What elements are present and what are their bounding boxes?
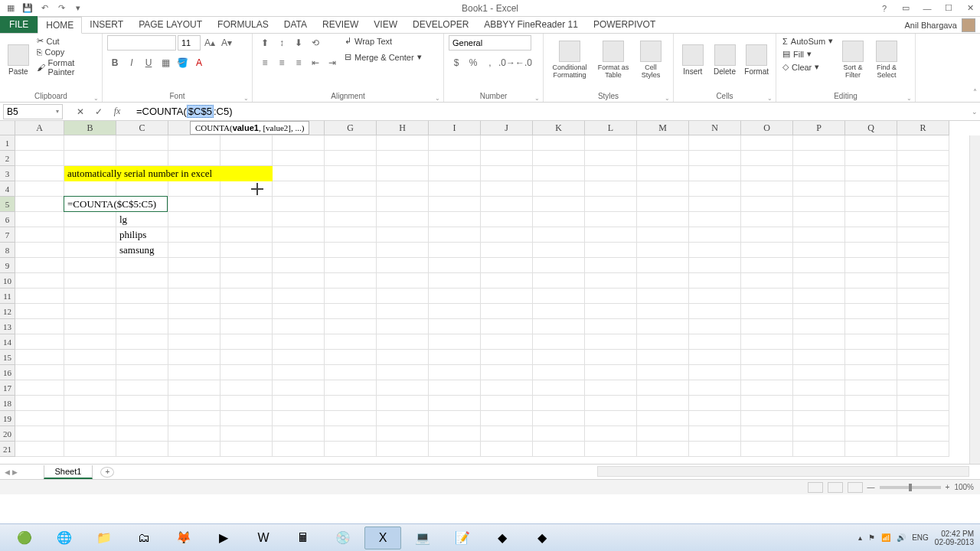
cell-G2[interactable] xyxy=(325,151,377,166)
cell-H4[interactable] xyxy=(377,181,429,197)
cell-L15[interactable] xyxy=(585,350,637,365)
cell-R7[interactable] xyxy=(897,227,949,243)
cell-Q15[interactable] xyxy=(845,350,897,365)
cell-B16[interactable] xyxy=(64,365,116,380)
cell-Q8[interactable] xyxy=(845,243,897,258)
cell-J1[interactable] xyxy=(481,135,533,151)
cell-A21[interactable] xyxy=(15,442,64,457)
cell-E18[interactable] xyxy=(220,396,273,411)
cell-I18[interactable] xyxy=(429,396,481,411)
cell-L20[interactable] xyxy=(585,426,637,442)
cell-H2[interactable] xyxy=(377,151,429,166)
col-header-H[interactable]: H xyxy=(377,121,429,135)
calc-icon[interactable]: 🖩 xyxy=(285,527,322,549)
row-header-5[interactable]: 5 xyxy=(0,197,15,212)
cell-P4[interactable] xyxy=(793,181,845,197)
cell-R6[interactable] xyxy=(897,212,949,227)
cell-O14[interactable] xyxy=(741,334,793,350)
bold-button[interactable]: B xyxy=(107,55,122,70)
add-sheet-icon[interactable]: + xyxy=(100,467,114,478)
cell-O10[interactable] xyxy=(741,273,793,289)
cell-E9[interactable] xyxy=(220,258,273,273)
cell-J11[interactable] xyxy=(481,289,533,304)
cell-H20[interactable] xyxy=(377,426,429,442)
cell-A16[interactable] xyxy=(15,365,64,380)
cell-O15[interactable] xyxy=(741,350,793,365)
cell-Q4[interactable] xyxy=(845,181,897,197)
cell-F12[interactable] xyxy=(273,304,325,319)
cell-N2[interactable] xyxy=(689,151,741,166)
cell-Q2[interactable] xyxy=(845,151,897,166)
cell-N16[interactable] xyxy=(689,365,741,380)
cell-O20[interactable] xyxy=(741,426,793,442)
cell-J20[interactable] xyxy=(481,426,533,442)
tab-insert[interactable]: INSERT xyxy=(82,16,131,33)
cell-N7[interactable] xyxy=(689,227,741,243)
cell-I10[interactable] xyxy=(429,273,481,289)
clear-button[interactable]: ◇ Clear ▾ xyxy=(781,61,835,73)
cell-L18[interactable] xyxy=(585,396,637,411)
cell-E14[interactable] xyxy=(220,334,273,350)
cell-A2[interactable] xyxy=(15,151,64,166)
underline-button[interactable]: U xyxy=(141,55,156,70)
cell-H1[interactable] xyxy=(377,135,429,151)
cell-J14[interactable] xyxy=(481,334,533,350)
tray-sound-icon[interactable]: 🔊 xyxy=(897,533,906,542)
cell-G20[interactable] xyxy=(325,426,377,442)
cell-H21[interactable] xyxy=(377,442,429,457)
cell-F8[interactable] xyxy=(273,243,325,258)
cell-L11[interactable] xyxy=(585,289,637,304)
cell-J4[interactable] xyxy=(481,181,533,197)
col-header-O[interactable]: O xyxy=(741,121,793,135)
cell-P13[interactable] xyxy=(793,319,845,334)
vertical-scrollbar[interactable] xyxy=(969,135,980,464)
cell-L6[interactable] xyxy=(585,212,637,227)
font-size-select[interactable] xyxy=(178,35,201,51)
cell-P15[interactable] xyxy=(793,350,845,365)
align-right-icon[interactable]: ≡ xyxy=(291,55,306,70)
cell-A17[interactable] xyxy=(15,380,64,396)
copy-button[interactable]: ⎘ Copy xyxy=(35,47,97,57)
cell-O5[interactable] xyxy=(741,197,793,212)
cell-L7[interactable] xyxy=(585,227,637,243)
cell-N11[interactable] xyxy=(689,289,741,304)
cell-O6[interactable] xyxy=(741,212,793,227)
cell-I9[interactable] xyxy=(429,258,481,273)
cell-D18[interactable] xyxy=(168,396,220,411)
autosum-button[interactable]: Σ AutoSum ▾ xyxy=(781,35,835,47)
cell-C9[interactable] xyxy=(116,258,168,273)
cell-Q13[interactable] xyxy=(845,319,897,334)
help-icon[interactable]: ? xyxy=(874,2,894,15)
cell-C6[interactable]: lg xyxy=(116,212,168,227)
cell-P18[interactable] xyxy=(793,396,845,411)
select-all-corner[interactable] xyxy=(0,121,15,135)
cell-P19[interactable] xyxy=(793,411,845,426)
cell-Q11[interactable] xyxy=(845,289,897,304)
media-icon[interactable]: ▶ xyxy=(205,527,242,549)
cell-A7[interactable] xyxy=(15,227,64,243)
tab-review[interactable]: REVIEW xyxy=(315,16,366,33)
cell-P2[interactable] xyxy=(793,151,845,166)
cell-D14[interactable] xyxy=(168,334,220,350)
cell-N9[interactable] xyxy=(689,258,741,273)
align-center-icon[interactable]: ≡ xyxy=(274,55,289,70)
format-cells-button[interactable]: Format xyxy=(742,35,771,84)
cell-M18[interactable] xyxy=(637,396,689,411)
cell-B2[interactable] xyxy=(64,151,116,166)
minimize-icon[interactable]: — xyxy=(917,2,937,15)
disc-icon[interactable]: 💿 xyxy=(325,527,361,549)
cell-M14[interactable] xyxy=(637,334,689,350)
redo-icon[interactable]: ↷ xyxy=(54,2,69,15)
row-header-21[interactable]: 21 xyxy=(0,442,15,457)
cell-M4[interactable] xyxy=(637,181,689,197)
cell-F3[interactable] xyxy=(273,166,325,181)
col-header-N[interactable]: N xyxy=(689,121,741,135)
col-header-J[interactable]: J xyxy=(481,121,533,135)
row-header-9[interactable]: 9 xyxy=(0,258,15,273)
cell-J6[interactable] xyxy=(481,212,533,227)
cell-Q5[interactable] xyxy=(845,197,897,212)
cell-L13[interactable] xyxy=(585,319,637,334)
row-header-14[interactable]: 14 xyxy=(0,334,15,350)
cell-G15[interactable] xyxy=(325,350,377,365)
cell-C13[interactable] xyxy=(116,319,168,334)
